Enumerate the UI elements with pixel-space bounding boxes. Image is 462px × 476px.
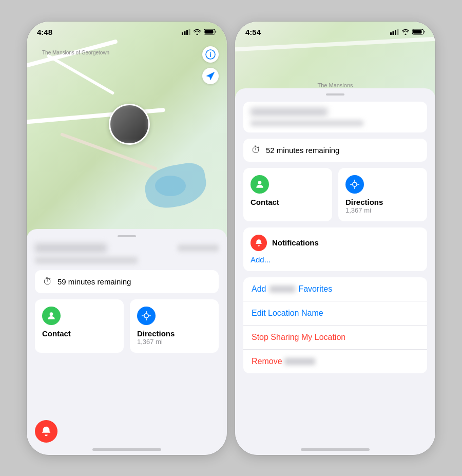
right-status-bar: 4:54 [235,22,435,40]
right-directions-distance: 1,367 mi [345,206,420,214]
directions-distance: 1,367 mi [137,338,211,346]
right-contact-label: Contact [251,198,325,206]
directions-icon-circle [137,307,156,325]
notifications-header: Notifications [251,235,420,251]
bell-icon [41,426,52,437]
wifi-icon-right [401,29,410,35]
svg-rect-0 [182,32,183,35]
svg-rect-11 [393,31,394,35]
svg-rect-3 [189,29,190,35]
svg-point-8 [50,312,53,316]
right-action-row: Contact Directions 1,367 mi [243,168,427,221]
left-sheet-panel: ⏱ 59 minutes remaining Contact [27,229,227,455]
signal-icon-right [390,29,399,35]
right-directions-card[interactable]: Directions 1,367 mi [338,168,427,221]
notifications-add-button[interactable]: Add... [251,255,420,264]
right-phone-screen: 4:54 [235,22,435,455]
svg-text:i: i [209,51,211,59]
name-blurred-remove [284,358,315,365]
battery-icon [204,29,217,35]
wifi-icon [193,29,201,35]
remove-word: Remove [252,357,282,366]
right-name-blurred [251,108,328,116]
person-detail-blurred [178,244,219,252]
add-favorites-text: Add Favorites [252,284,332,294]
screens-container: 4:48 [18,13,444,463]
contact-label: Contact [42,329,117,338]
map-info-button[interactable]: i [202,46,219,63]
right-person-icon [255,179,265,189]
left-status-icons [182,29,217,35]
notification-button[interactable] [35,420,57,443]
notifications-card: Notifications Add... [243,227,427,271]
signal-icon [182,29,190,35]
right-subtitle-blurred [251,120,363,126]
directions-icon [141,311,151,321]
svg-rect-5 [205,30,214,34]
right-map-label: The Mansions [317,82,353,88]
right-contact-card[interactable]: Contact [243,168,332,221]
notifications-title: Notifications [272,238,319,247]
home-indicator [92,448,161,451]
time-remaining-text: 59 minutes remaining [57,277,131,286]
add-favorites-button[interactable]: Add Favorites [243,277,427,301]
directions-label: Directions [137,329,211,338]
left-status-bar: 4:48 [27,22,227,40]
person-name-row [35,243,219,253]
person-subtitle-blurred [35,257,138,264]
right-contact-icon [251,175,269,194]
right-sheet-handle [326,93,344,96]
svg-point-17 [353,182,357,186]
svg-rect-15 [413,30,422,34]
favorites-word: Favorites [298,284,332,293]
svg-rect-1 [184,31,186,35]
location-arrow-icon [206,71,215,81]
contact-card[interactable]: Contact [35,299,124,353]
person-avatar-map [109,104,150,145]
battery-icon-right [412,29,425,35]
right-directions-svg [350,179,360,189]
edit-location-button[interactable]: Edit Location Name [243,301,427,325]
add-word: Add [252,284,266,293]
map-location-button[interactable] [202,68,219,84]
stop-sharing-button[interactable]: Stop Sharing My Location [243,325,427,349]
avatar-blur [110,105,148,143]
time-remaining-card: ⏱ 59 minutes remaining [35,270,219,293]
svg-point-16 [258,181,262,184]
directions-card[interactable]: Directions 1,367 mi [130,299,219,353]
edit-location-text: Edit Location Name [252,309,323,318]
right-time-card: ⏱ 52 minutes remaining [243,139,427,162]
info-icon: i [205,49,216,60]
right-status-time: 4:54 [245,28,261,36]
map-road [47,53,115,94]
contact-icon-circle [42,307,61,325]
svg-rect-12 [395,30,396,35]
right-sheet-panel: ⏱ 52 minutes remaining Contact [235,88,435,455]
action-buttons-row: Contact Directions 1,367 mi [35,299,219,353]
remove-text: Remove [252,357,315,366]
right-directions-icon [345,175,364,194]
right-directions-label: Directions [345,198,420,206]
svg-rect-10 [390,32,392,35]
map-water [155,176,186,196]
svg-rect-13 [397,29,399,35]
bell-icon-right [255,239,263,247]
list-actions: Add Favorites Edit Location Name Stop Sh… [243,277,427,373]
person-icon [46,311,56,321]
remove-button[interactable]: Remove [243,349,427,373]
sheet-handle [118,235,136,237]
svg-point-9 [144,313,148,317]
stop-sharing-text: Stop Sharing My Location [252,333,345,342]
person-name-blurred [35,243,107,253]
right-person-card [243,102,427,132]
right-home-indicator [301,448,370,451]
left-map-area: The Mansions of Georgetown i [27,22,227,237]
name-blurred-favorites [270,285,295,293]
clock-icon: ⏱ [43,276,52,287]
right-status-icons [390,29,425,35]
map-label: The Mansions of Georgetown [42,50,109,55]
left-status-time: 4:48 [37,28,52,36]
right-clock-icon: ⏱ [252,145,261,156]
svg-rect-2 [186,30,188,35]
left-phone-screen: 4:48 [27,22,227,455]
